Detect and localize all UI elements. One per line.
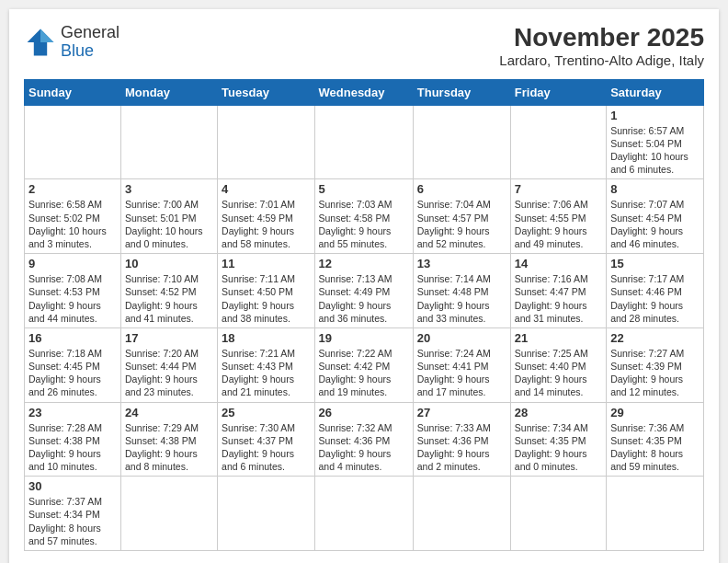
day-number: 28 (515, 406, 602, 419)
calendar-cell (510, 105, 606, 179)
calendar-cell: 4Sunrise: 7:01 AM Sunset: 4:59 PM Daylig… (218, 179, 314, 254)
calendar-cell (314, 105, 413, 179)
calendar-cell: 18Sunrise: 7:21 AM Sunset: 4:43 PM Dayli… (218, 327, 314, 402)
calendar-row: 9Sunrise: 7:08 AM Sunset: 4:53 PM Daylig… (25, 254, 704, 328)
weekday-header-wednesday: Wednesday (314, 79, 413, 105)
day-number: 15 (610, 257, 700, 270)
day-number: 12 (319, 257, 409, 270)
calendar-row: 1Sunrise: 6:57 AM Sunset: 5:04 PM Daylig… (25, 105, 704, 179)
day-number: 8 (610, 182, 700, 196)
day-info: Sunrise: 6:57 AM Sunset: 5:04 PM Dayligh… (610, 124, 700, 177)
calendar-title: November 2025 (499, 24, 704, 52)
calendar-cell: 29Sunrise: 7:36 AM Sunset: 4:35 PM Dayli… (607, 402, 704, 477)
day-info: Sunrise: 7:24 AM Sunset: 4:41 PM Dayligh… (417, 347, 506, 399)
svg-marker-1 (40, 29, 53, 41)
calendar-cell (25, 105, 121, 179)
day-number: 17 (125, 331, 213, 345)
day-info: Sunrise: 7:34 AM Sunset: 4:35 PM Dayligh… (515, 421, 602, 474)
title-block: November 2025 Lardaro, Trentino-Alto Adi… (499, 24, 704, 68)
day-info: Sunrise: 7:32 AM Sunset: 4:36 PM Dayligh… (319, 421, 409, 474)
calendar-cell: 28Sunrise: 7:34 AM Sunset: 4:35 PM Dayli… (510, 402, 606, 477)
calendar-cell: 3Sunrise: 7:00 AM Sunset: 5:01 PM Daylig… (120, 179, 217, 254)
calendar-cell: 22Sunrise: 7:27 AM Sunset: 4:39 PM Dayli… (607, 327, 704, 402)
calendar-cell (314, 477, 413, 551)
calendar-cell: 17Sunrise: 7:20 AM Sunset: 4:44 PM Dayli… (120, 327, 217, 402)
calendar-cell: 6Sunrise: 7:04 AM Sunset: 4:57 PM Daylig… (413, 179, 510, 254)
day-info: Sunrise: 7:21 AM Sunset: 4:43 PM Dayligh… (222, 347, 310, 399)
day-number: 9 (28, 257, 117, 270)
calendar-cell: 19Sunrise: 7:22 AM Sunset: 4:42 PM Dayli… (314, 327, 413, 402)
day-info: Sunrise: 7:01 AM Sunset: 4:59 PM Dayligh… (222, 198, 310, 250)
day-number: 19 (319, 331, 409, 345)
calendar-cell: 8Sunrise: 7:07 AM Sunset: 4:54 PM Daylig… (607, 179, 704, 254)
calendar-cell: 23Sunrise: 7:28 AM Sunset: 4:38 PM Dayli… (25, 402, 121, 477)
calendar-row: 16Sunrise: 7:18 AM Sunset: 4:45 PM Dayli… (25, 327, 704, 402)
calendar-cell: 10Sunrise: 7:10 AM Sunset: 4:52 PM Dayli… (120, 254, 217, 328)
calendar-cell (218, 105, 314, 179)
day-info: Sunrise: 7:11 AM Sunset: 4:50 PM Dayligh… (222, 272, 310, 325)
day-info: Sunrise: 7:27 AM Sunset: 4:39 PM Dayligh… (610, 347, 700, 399)
calendar-cell (218, 477, 314, 551)
day-number: 22 (610, 331, 700, 345)
logo-general: General (61, 24, 119, 42)
day-number: 16 (28, 331, 117, 345)
calendar-header: General Blue November 2025 Lardaro, Tren… (24, 24, 704, 68)
calendar-cell: 30Sunrise: 7:37 AM Sunset: 4:34 PM Dayli… (25, 477, 121, 551)
day-info: Sunrise: 7:37 AM Sunset: 4:34 PM Dayligh… (28, 495, 117, 547)
calendar-cell: 27Sunrise: 7:33 AM Sunset: 4:36 PM Dayli… (413, 402, 510, 477)
calendar-cell: 26Sunrise: 7:32 AM Sunset: 4:36 PM Dayli… (314, 402, 413, 477)
weekday-header-sunday: Sunday (25, 79, 121, 105)
day-info: Sunrise: 7:16 AM Sunset: 4:47 PM Dayligh… (515, 272, 602, 325)
calendar-row: 23Sunrise: 7:28 AM Sunset: 4:38 PM Dayli… (25, 402, 704, 477)
day-info: Sunrise: 7:07 AM Sunset: 4:54 PM Dayligh… (610, 198, 700, 250)
day-info: Sunrise: 6:58 AM Sunset: 5:02 PM Dayligh… (28, 198, 117, 250)
day-number: 5 (319, 182, 409, 196)
day-info: Sunrise: 7:04 AM Sunset: 4:57 PM Dayligh… (417, 198, 506, 250)
day-number: 27 (417, 406, 506, 419)
day-info: Sunrise: 7:30 AM Sunset: 4:37 PM Dayligh… (222, 421, 310, 474)
weekday-header-monday: Monday (120, 79, 217, 105)
day-info: Sunrise: 7:25 AM Sunset: 4:40 PM Dayligh… (515, 347, 602, 399)
calendar-cell: 7Sunrise: 7:06 AM Sunset: 4:55 PM Daylig… (510, 179, 606, 254)
calendar-cell: 14Sunrise: 7:16 AM Sunset: 4:47 PM Dayli… (510, 254, 606, 328)
day-number: 25 (222, 406, 310, 419)
weekday-header-row: SundayMondayTuesdayWednesdayThursdayFrid… (25, 79, 704, 105)
day-number: 3 (125, 182, 213, 196)
calendar-cell: 9Sunrise: 7:08 AM Sunset: 4:53 PM Daylig… (25, 254, 121, 328)
day-number: 23 (28, 406, 117, 419)
day-number: 21 (515, 331, 602, 345)
day-number: 11 (222, 257, 310, 270)
day-number: 30 (28, 479, 117, 493)
weekday-header-thursday: Thursday (413, 79, 510, 105)
calendar-cell: 16Sunrise: 7:18 AM Sunset: 4:45 PM Dayli… (25, 327, 121, 402)
calendar-cell: 11Sunrise: 7:11 AM Sunset: 4:50 PM Dayli… (218, 254, 314, 328)
day-number: 26 (319, 406, 409, 419)
day-info: Sunrise: 7:20 AM Sunset: 4:44 PM Dayligh… (125, 347, 213, 399)
calendar-cell (413, 105, 510, 179)
calendar-cell: 1Sunrise: 6:57 AM Sunset: 5:04 PM Daylig… (607, 105, 704, 179)
calendar-cell: 2Sunrise: 6:58 AM Sunset: 5:02 PM Daylig… (25, 179, 121, 254)
calendar-cell (510, 477, 606, 551)
day-info: Sunrise: 7:14 AM Sunset: 4:48 PM Dayligh… (417, 272, 506, 325)
day-number: 29 (610, 406, 700, 419)
day-info: Sunrise: 7:22 AM Sunset: 4:42 PM Dayligh… (319, 347, 409, 399)
day-info: Sunrise: 7:08 AM Sunset: 4:53 PM Dayligh… (28, 272, 117, 325)
day-number: 7 (515, 182, 602, 196)
logo-blue: Blue (61, 42, 119, 61)
day-info: Sunrise: 7:18 AM Sunset: 4:45 PM Dayligh… (28, 347, 117, 399)
day-number: 13 (417, 257, 506, 270)
day-number: 1 (610, 109, 700, 122)
calendar-cell: 13Sunrise: 7:14 AM Sunset: 4:48 PM Dayli… (413, 254, 510, 328)
calendar-cell: 5Sunrise: 7:03 AM Sunset: 4:58 PM Daylig… (314, 179, 413, 254)
calendar-cell (120, 477, 217, 551)
calendar-subtitle: Lardaro, Trentino-Alto Adige, Italy (499, 52, 704, 68)
calendar-cell: 15Sunrise: 7:17 AM Sunset: 4:46 PM Dayli… (607, 254, 704, 328)
day-info: Sunrise: 7:10 AM Sunset: 4:52 PM Dayligh… (125, 272, 213, 325)
calendar-table: SundayMondayTuesdayWednesdayThursdayFrid… (24, 79, 704, 551)
calendar-cell (120, 105, 217, 179)
day-info: Sunrise: 7:17 AM Sunset: 4:46 PM Dayligh… (610, 272, 700, 325)
day-number: 2 (28, 182, 117, 196)
calendar-row: 2Sunrise: 6:58 AM Sunset: 5:02 PM Daylig… (25, 179, 704, 254)
weekday-header-friday: Friday (510, 79, 606, 105)
logo-icon (24, 26, 57, 59)
